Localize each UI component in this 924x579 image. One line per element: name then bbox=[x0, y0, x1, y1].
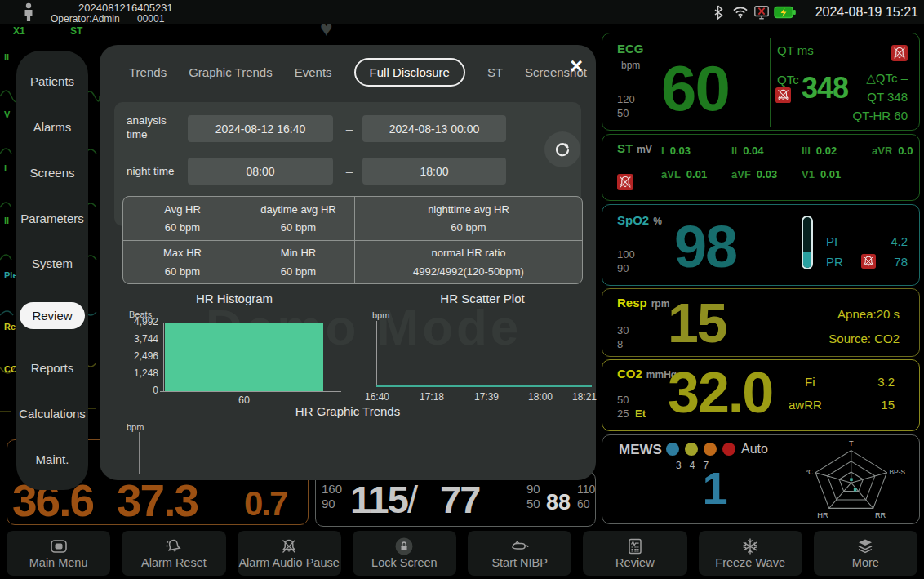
resp-alarm-limits: 308 bbox=[617, 323, 629, 351]
tab-trends[interactable]: Trends bbox=[129, 65, 167, 79]
hr-graphic-trends: HR Graphic Trends bpm bbox=[100, 404, 596, 478]
night-start-field[interactable]: 08:00 bbox=[188, 158, 333, 185]
stat-nighttime-avg-hr: nighttime avg HR 60 bpm bbox=[355, 197, 582, 240]
stat-normal-hr-ratio: normal HR ratio 4992/4992(120-50bpm) bbox=[355, 241, 582, 284]
sidebar-item-review[interactable]: Review bbox=[20, 302, 84, 329]
scatter-y-unit: bpm bbox=[372, 310, 389, 320]
st-panel[interactable]: STmV I0.03 II0.04 III0.02 aVR0.0 aVL0.01… bbox=[602, 134, 920, 201]
spo2-panel[interactable]: SpO2% 10090 98 PI 4.2 PR 78 bbox=[602, 204, 920, 286]
resp-panel[interactable]: Resprpm 308 15 Apnea:20 s Source: CO2 bbox=[602, 288, 920, 357]
resp-source: Source: CO2 bbox=[828, 332, 900, 345]
time-range-dash: – bbox=[342, 122, 357, 136]
mews-radar-chart: T BP-S RR HR ℃ bbox=[800, 437, 913, 522]
review-document-icon bbox=[625, 537, 645, 556]
hr-histogram: HR Histogram Beats 4,992 3,744 2,496 1,2… bbox=[100, 292, 369, 406]
operator-icon bbox=[21, 2, 36, 22]
refresh-icon bbox=[553, 140, 571, 158]
histogram-y-axis bbox=[163, 323, 164, 391]
alarm-reset-icon bbox=[164, 537, 184, 556]
pi-value: 4.2 bbox=[891, 234, 908, 248]
more-button[interactable]: More bbox=[814, 531, 917, 576]
night-end-field[interactable]: 18:00 bbox=[362, 158, 506, 185]
close-icon[interactable]: × bbox=[570, 55, 583, 78]
sidebar-item-parameters[interactable]: Parameters bbox=[20, 212, 84, 225]
apnea-setting: Apnea:20 s bbox=[837, 307, 900, 321]
awrr-value: 15 bbox=[881, 398, 895, 412]
freeze-wave-button[interactable]: Freeze Wave bbox=[699, 531, 802, 576]
main-menu-icon bbox=[49, 537, 69, 556]
mews-score: 1 bbox=[691, 461, 740, 514]
sidebar-item-calculations[interactable]: Calculations bbox=[19, 407, 86, 421]
review-tabs: Trends Graphic Trends Events Full Disclo… bbox=[129, 58, 587, 87]
graphic-trends-y-unit: bpm bbox=[127, 422, 144, 432]
panel-divider bbox=[770, 38, 771, 127]
battery-charging-icon bbox=[774, 6, 797, 19]
svg-text:BP-S: BP-S bbox=[890, 468, 906, 476]
lock-screen-button[interactable]: Lock Screen bbox=[353, 531, 456, 576]
tab-events[interactable]: Events bbox=[295, 65, 332, 79]
bottom-toolbar: Main Menu Alarm Reset Alarm Audio Pause … bbox=[0, 529, 924, 579]
review-button[interactable]: Review bbox=[583, 531, 686, 576]
qtc-value: 348 bbox=[802, 71, 848, 105]
mews-score-dots bbox=[666, 443, 735, 456]
fi-value: 3.2 bbox=[877, 375, 895, 389]
hr-graphic-trends-title: HR Graphic Trends bbox=[100, 404, 596, 418]
analysis-start-field[interactable]: 2024-08-12 16:40 bbox=[188, 115, 333, 142]
alarm-off-icon bbox=[891, 45, 908, 61]
alarm-reset-button[interactable]: Alarm Reset bbox=[122, 531, 225, 576]
gain-label: X1 bbox=[13, 25, 25, 37]
nibp-sys-limits: 16090 bbox=[322, 482, 342, 511]
wave-label-ii: II bbox=[4, 52, 9, 62]
alarm-off-icon bbox=[861, 254, 876, 269]
sidebar-item-patients[interactable]: Patients bbox=[30, 74, 74, 88]
st-wave-label: ST bbox=[70, 25, 82, 37]
alarm-off-icon bbox=[775, 87, 791, 103]
sidebar-item-screens[interactable]: Screens bbox=[29, 166, 74, 180]
perfusion-gauge bbox=[802, 216, 813, 269]
tab-full-disclosure[interactable]: Full Disclosure bbox=[354, 58, 465, 87]
sidebar-item-maint[interactable]: Maint. bbox=[36, 452, 69, 466]
resp-value: 15 bbox=[668, 291, 726, 354]
ecg-panel[interactable]: ECG bpm 12050 60 QT ms QTc 348 △QTc – QT… bbox=[602, 33, 920, 131]
wave-label-v: V bbox=[4, 109, 10, 119]
etco2-value: 32.0 bbox=[668, 360, 772, 425]
analysis-time-label: analysis time bbox=[127, 114, 187, 141]
pr-label: PR bbox=[826, 255, 843, 269]
qt-title: QT ms bbox=[777, 43, 814, 57]
hr-histogram-title: HR Histogram bbox=[100, 292, 369, 305]
monitor-screen: 2024081216405231 Operator:Admin 00001 20… bbox=[0, 0, 924, 579]
tab-graphic-trends[interactable]: Graphic Trends bbox=[189, 65, 273, 79]
patient-number: 00001 bbox=[137, 13, 164, 24]
co2-panel[interactable]: CO2mmHg 5025 Et 32.0 Fi 3.2 awRR 15 bbox=[602, 359, 920, 431]
refresh-button[interactable] bbox=[544, 131, 580, 167]
mews-panel[interactable]: MEWS 3 4 7 Auto 1 T BP-S RR HR bbox=[602, 434, 920, 524]
time-range-dash: – bbox=[342, 164, 357, 178]
clock: 2024-08-19 15:21 bbox=[815, 5, 918, 20]
main-menu-button[interactable]: Main Menu bbox=[7, 531, 110, 576]
tab-st[interactable]: ST bbox=[487, 65, 503, 79]
pr-value: 78 bbox=[894, 255, 908, 269]
start-nibp-button[interactable]: Start NIBP bbox=[468, 531, 571, 576]
qt-value: QT 348 bbox=[867, 90, 908, 104]
sidebar-item-alarms[interactable]: Alarms bbox=[33, 120, 72, 134]
nibp-cuff-icon bbox=[509, 537, 531, 556]
qt-hr-value: QT-HR 60 bbox=[852, 109, 908, 122]
sidebar-item-system[interactable]: System bbox=[32, 256, 73, 270]
nibp-map-limits: 11060 bbox=[577, 482, 595, 511]
alarm-audio-pause-button[interactable]: Alarm Audio Pause bbox=[238, 531, 341, 576]
nibp-separator: / bbox=[407, 477, 416, 522]
hr-scatter-plot: HR Scatter Plot bpm 16:40 17:18 17:39 18… bbox=[369, 292, 596, 406]
operator-name: Operator:Admin bbox=[51, 13, 120, 24]
stat-daytime-avg-hr: daytime avg HR 60 bpm bbox=[242, 197, 354, 240]
svg-text:℃: ℃ bbox=[806, 468, 813, 476]
sidebar-item-reports[interactable]: Reports bbox=[31, 361, 74, 375]
hr-value: 60 bbox=[661, 51, 729, 126]
analysis-end-field[interactable]: 2024-08-13 00:00 bbox=[362, 115, 506, 142]
qtc-delta: △QTc – bbox=[866, 71, 908, 86]
nibp-dia-limits: 9050 bbox=[526, 482, 540, 511]
bluetooth-icon bbox=[712, 4, 725, 20]
pi-label: PI bbox=[826, 234, 837, 248]
hr-stats-table: Avg HR 60 bpm daytime avg HR 60 bpm nigh… bbox=[122, 196, 583, 284]
layers-icon bbox=[855, 537, 875, 556]
st-lead-values: I0.03 II0.04 III0.02 aVR0.0 aVL0.01 aVF0… bbox=[661, 145, 913, 180]
